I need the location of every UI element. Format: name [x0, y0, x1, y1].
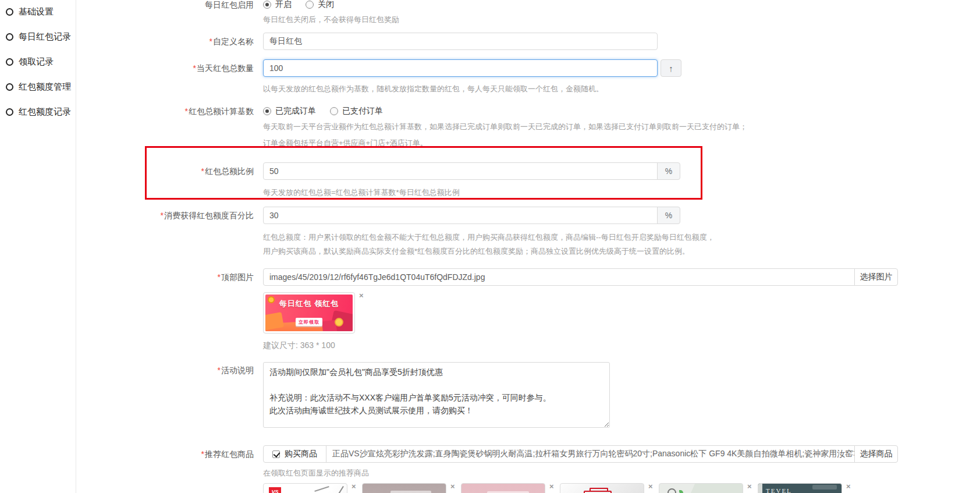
radio-unselected-icon — [330, 107, 338, 115]
camera-lens-logo — [667, 488, 676, 493]
remove-product-icon[interactable]: × — [648, 483, 653, 490]
field-label: *消费获得红包额度百分比 — [0, 207, 263, 224]
product-thumbnail: VS — [263, 483, 347, 493]
product-thumbnail: TEVEL — [758, 483, 842, 493]
percent-suffix: % — [657, 207, 680, 224]
form-row-ratio: *红包总额比例 % 每天发放的红包总额=红包总额计算基数*每日红包总额比例 — [0, 162, 980, 197]
radio-selected-icon — [263, 107, 271, 115]
decoration — [687, 483, 743, 493]
buy-product-checkbox[interactable]: 购买商品 — [264, 446, 326, 462]
select-product-button[interactable]: 选择商品 — [854, 445, 898, 463]
remove-product-icon[interactable]: × — [747, 483, 752, 490]
remove-product-icon[interactable]: × — [846, 483, 851, 490]
leaf-icon — [679, 490, 683, 493]
decoration — [758, 484, 762, 493]
remove-product-icon[interactable]: × — [450, 483, 455, 490]
product-thumbnail — [560, 483, 644, 493]
decoration — [332, 486, 344, 493]
stepper-up-button[interactable]: ↑ — [661, 59, 681, 77]
field-label: *顶部图片 — [0, 268, 263, 286]
product-thumbnail — [461, 483, 545, 493]
products-box: 购买商品 正品VS沙宣炫亮彩护洗发露;直身陶瓷煲砂锅明火耐高温;拉杆箱女男旅行万… — [263, 445, 855, 463]
select-image-button[interactable]: 选择图片 — [854, 268, 898, 286]
help-text: 每日红包关闭后，不会获得每日红包奖励 — [263, 15, 399, 24]
form-row-quantity: *当天红包总数量 ↑ 以每天发放的红包总额作为基数，随机发放指定数量的红包，每人… — [0, 59, 980, 94]
banner-image: 每日红包 领红包 立即领取 — [265, 295, 353, 331]
top-image-path-input[interactable] — [263, 268, 855, 286]
product-thumbnail — [659, 483, 743, 493]
form-row-enable: 每日红包启用 开启 关闭 每日红包关闭后，不会获得每日红包奖励 — [0, 0, 980, 24]
ratio-input[interactable] — [263, 162, 658, 180]
banner-preview: 每日红包 领红包 立即领取 — [263, 292, 355, 334]
daily-redpacket-settings-page: 基础设置 每日红包记录 领取记录 红包额度管理 红包额度记录 每日红包启用 开启 — [0, 0, 980, 493]
coin-icon — [335, 318, 343, 327]
field-label: *当天红包总数量 — [0, 59, 263, 77]
field-label: *推荐红包商品 — [0, 445, 263, 463]
product-thumbnail-item: × — [560, 483, 659, 493]
help-text: 在领取红包页面显示的推荐商品 — [263, 469, 369, 478]
brand-logo: TEVEL — [766, 487, 792, 493]
help-text: 每天发放的红包总额=红包总额计算基数*每日红包总额比例 — [263, 188, 460, 197]
field-label: *红包总额计算基数 — [0, 106, 263, 116]
help-text: 每天取前一天平台营业额作为红包总额计算基数，如果选择已完成订单则取前一天已完成的… — [263, 122, 747, 132]
decoration — [314, 486, 329, 492]
quantity-input[interactable] — [263, 59, 658, 77]
help-text: 以每天发放的红包总额作为基数，随机发放指定数量的红包，每人每天只能领取一个红包，… — [263, 84, 603, 94]
help-text: 红包总额度：用户累计领取的红包金额不能大于红包总额度，用户购买商品获得红包额度，… — [263, 233, 715, 242]
help-text: 用户购买该商品，默认奖励商品实际支付金额*红包额度百分比的红包额度奖励；商品独立… — [263, 247, 690, 256]
field-label: *活动说明 — [0, 362, 263, 375]
field-label: *自定义名称 — [0, 33, 263, 50]
arrow-up-icon: ↑ — [669, 63, 673, 73]
banner-claim-button: 立即领取 — [296, 318, 322, 326]
product-thumbnails: VS × × — [263, 483, 857, 493]
percent-suffix: % — [657, 162, 680, 180]
brand-logo: VS — [269, 487, 281, 493]
remove-product-icon[interactable]: × — [351, 483, 356, 490]
form-row-top-image: *顶部图片 选择图片 每日红包 领红包 立即领取 — [0, 268, 980, 350]
selected-products-text: 正品VS沙宣炫亮彩护洗发露;直身陶瓷煲砂锅明火耐高温;拉杆箱女男旅行万向轮密码2… — [326, 446, 854, 462]
radio-enable-on[interactable]: 开启 — [263, 0, 292, 10]
radio-selected-icon — [263, 1, 271, 9]
field-label: *红包总额比例 — [0, 162, 263, 180]
radio-completed-orders[interactable]: 已完成订单 — [263, 106, 316, 116]
product-thumbnail — [362, 483, 446, 493]
custom-name-input[interactable] — [263, 33, 658, 50]
radio-paid-orders[interactable]: 已支付订单 — [330, 106, 383, 116]
form-row-consume-percent: *消费获得红包额度百分比 % 红包总额度：用户累计领取的红包金额不能大于红包总额… — [0, 207, 980, 256]
decoration — [390, 491, 431, 493]
product-thumbnail-item: × — [659, 483, 758, 493]
form-row-name: *自定义名称 — [0, 33, 980, 50]
field-label: 每日红包启用 — [0, 0, 263, 10]
checkbox-checked-icon — [272, 451, 280, 458]
product-thumbnail-item: × — [362, 483, 461, 493]
radio-unselected-icon — [306, 1, 314, 9]
help-text: 订单金额包括平台自营+供应商+门店+酒店订单。 — [263, 139, 428, 148]
form-row-calc-base: *红包总额计算基数 已完成订单 已支付订单 每天取前一天平台营业额作为红包总额计… — [0, 106, 980, 148]
radio-enable-off[interactable]: 关闭 — [306, 0, 334, 10]
form-row-description: *活动说明 活动期间仅限加"会员礼包"商品享受5折封顶优惠 补充说明：此次活动不… — [0, 362, 980, 428]
decoration — [812, 485, 837, 490]
remove-product-icon[interactable]: × — [549, 483, 554, 490]
suitcase-logo — [584, 491, 612, 493]
consume-percent-input[interactable] — [263, 207, 658, 224]
banner-title: 每日红包 领红包 — [265, 299, 353, 309]
form-row-products: *推荐红包商品 购买商品 正品VS沙宣炫亮彩护洗发露;直身陶瓷煲砂锅明火耐高温;… — [0, 445, 980, 493]
product-thumbnail-item: × — [461, 483, 560, 493]
size-hint: 建议尺寸: 363 * 100 — [263, 341, 335, 350]
product-thumbnail-item: TEVEL × — [758, 483, 857, 493]
remove-image-icon[interactable]: × — [359, 292, 364, 299]
product-thumbnail-item: VS × — [263, 483, 362, 493]
activity-description-textarea[interactable]: 活动期间仅限加"会员礼包"商品享受5折封顶优惠 补充说明：此次活动不与XXX客户… — [263, 362, 610, 428]
